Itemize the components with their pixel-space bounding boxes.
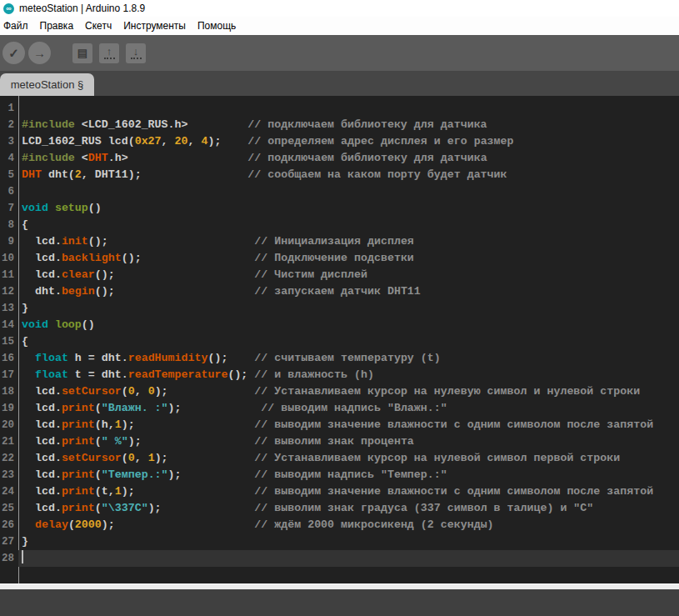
line-number: 17 [0,367,18,383]
line-number: 15 [0,333,18,350]
right-arrow-icon: → [33,46,46,60]
line-number: 14 [0,317,18,333]
text-cursor [22,550,23,563]
code-line[interactable]: 5DHT dht(2, DHT11); // сообщаем на каком… [0,167,679,183]
line-number: 4 [0,150,18,167]
line-number: 24 [0,483,18,500]
code-line[interactable]: 13} [0,300,679,317]
line-number: 1 [0,100,18,117]
code-line[interactable]: 11 lcd.clear(); // Чистим дисплей [0,267,679,283]
code-text: lcd.clear(); // Чистим дисплей [18,267,679,283]
code-text: { [18,217,679,233]
code-text: delay(2000); // ждём 2000 микросикенд (2… [18,517,679,533]
line-number: 26 [0,517,18,533]
line-number: 25 [0,500,18,517]
code-line[interactable]: 3LCD_1602_RUS lcd(0x27, 20, 4); // опред… [0,133,679,150]
code-line[interactable]: 2#include <LCD_1602_RUS.h> // подключаем… [0,117,679,133]
code-text [18,550,679,567]
code-text: lcd.print(h,1); // выводим значение влаж… [18,417,679,433]
tab-meteostation[interactable]: meteoStation § [0,73,94,96]
line-number: 11 [0,267,18,283]
code-text: float t = dht.readTemperature(); // и вл… [18,367,679,383]
open-button[interactable]: ↑ [99,43,119,63]
dotted-base-icon [131,58,142,59]
menu-tools[interactable]: Инструменты [123,20,186,32]
code-text: dht.begin(); // запускаем датчик DHT11 [18,283,679,300]
code-line[interactable]: 17 float t = dht.readTemperature(); // и… [0,367,679,383]
code-line[interactable]: 21 lcd.print(" %"); // выволим знак проц… [0,433,679,450]
code-editor[interactable]: 12#include <LCD_1602_RUS.h> // подключае… [0,96,679,583]
line-number: 21 [0,433,18,450]
code-text: void loop() [18,317,679,333]
code-line[interactable]: 1 [0,100,679,117]
line-number: 19 [0,400,18,417]
line-number: 9 [0,233,18,250]
code-text: lcd.print("\337C"); // выволим знак град… [18,500,679,517]
code-line[interactable]: 19 lcd.print("Влажн. :"); // выводим над… [0,400,679,417]
line-number: 13 [0,300,18,317]
code-line[interactable]: 9 lcd.init(); // Инициализация дисплея [0,233,679,250]
code-text: { [18,333,679,350]
code-line[interactable]: 28 [0,550,679,567]
document-icon: ▤ [77,48,87,58]
new-sketch-button[interactable]: ▤ [72,43,92,63]
code-text: void setup() [18,200,679,217]
code-text [18,100,679,117]
line-number: 12 [0,283,18,300]
line-number: 10 [0,250,18,267]
code-line[interactable]: 12 dht.begin(); // запускаем датчик DHT1… [0,283,679,300]
code-text: lcd.backlight(); // Подключение подсветк… [18,250,679,267]
line-number: 28 [0,550,18,567]
code-line[interactable]: 26 delay(2000); // ждём 2000 микросикенд… [0,517,679,533]
code-text: lcd.print("Влажн. :"); // выводим надпис… [18,400,679,417]
code-text: float h = dht.readHumidity(); // считыва… [18,350,679,367]
code-line[interactable]: 25 lcd.print("\337C"); // выволим знак г… [0,500,679,517]
code-line[interactable]: 7void setup() [0,200,679,217]
check-icon: ✓ [8,46,19,61]
code-line[interactable]: 15{ [0,333,679,350]
code-text [18,183,679,200]
code-line[interactable]: 23 lcd.print("Темпер.:"); // выводим над… [0,467,679,483]
code-line[interactable]: 10 lcd.backlight(); // Подключение подсв… [0,250,679,267]
menu-help[interactable]: Помощь [197,20,236,32]
verify-button[interactable]: ✓ [2,42,25,64]
code-line[interactable]: 6 [0,183,679,200]
tab-bar: meteoStation § [0,71,679,96]
code-line[interactable]: 4#include <DHT.h> // подключаем библиоте… [0,150,679,167]
code-text: lcd.setCursor(0, 0); // Устанавливаем ку… [18,383,679,400]
code-text: lcd.print(" %"); // выволим знак процент… [18,433,679,450]
line-number: 23 [0,467,18,483]
code-line[interactable]: 18 lcd.setCursor(0, 0); // Устанавливаем… [0,383,679,400]
window-titlebar[interactable]: ∞ meteoStation | Arduino 1.8.9 [0,0,679,17]
line-number: 16 [0,350,18,367]
line-number: 27 [0,533,18,550]
line-number: 3 [0,133,18,150]
line-number: 5 [0,167,18,183]
menu-sketch[interactable]: Скетч [85,20,112,32]
arduino-logo-icon: ∞ [3,3,14,14]
line-number: 6 [0,183,18,200]
code-text: lcd.init(); // Инициализация дисплея [18,233,679,250]
code-text: #include <DHT.h> // подключаем библиотек… [18,150,679,167]
save-button[interactable]: ↓ [126,43,146,63]
code-line[interactable]: 20 lcd.print(h,1); // выводим значение в… [0,417,679,433]
menu-file[interactable]: Файл [3,20,28,32]
window-title: meteoStation | Arduino 1.8.9 [19,3,145,14]
status-strip [0,583,679,589]
down-arrow-icon: ↓ [133,47,139,57]
code-text: LCD_1602_RUS lcd(0x27, 20, 4); // опреде… [18,133,679,150]
line-number: 18 [0,383,18,400]
code-line[interactable]: 24 lcd.print(t,1); // выводим значение в… [0,483,679,500]
code-line[interactable]: 27} [0,533,679,550]
line-number: 20 [0,417,18,433]
code-text: lcd.print(t,1); // выводим значение влаж… [18,483,679,500]
line-number: 7 [0,200,18,217]
code-text: } [18,533,679,550]
code-line[interactable]: 8{ [0,217,679,233]
menu-edit[interactable]: Правка [40,20,74,32]
up-arrow-icon: ↑ [107,47,112,57]
code-line[interactable]: 22 lcd.setCursor(0, 1); // Устанавливаем… [0,450,679,467]
upload-button[interactable]: → [28,42,51,64]
code-line[interactable]: 16 float h = dht.readHumidity(); // счит… [0,350,679,367]
code-line[interactable]: 14void loop() [0,317,679,333]
